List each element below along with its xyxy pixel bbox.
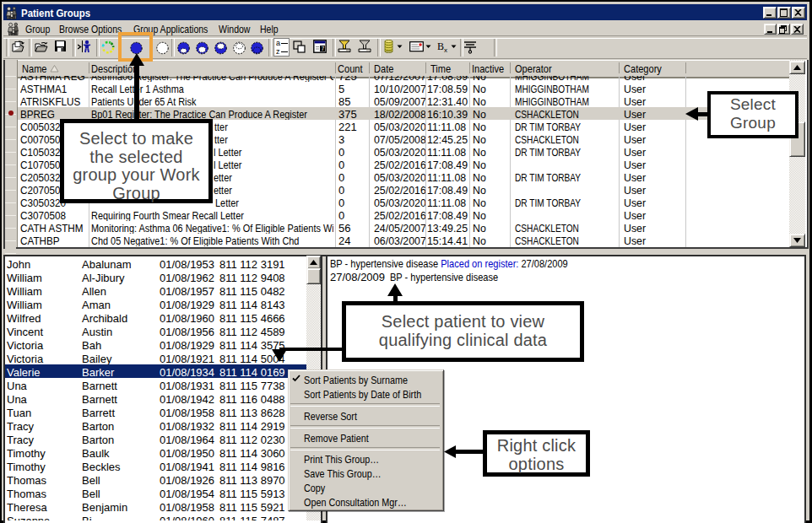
svg-text:z: z [276, 47, 280, 56]
svg-text:B: B [437, 40, 444, 52]
svg-text:x: x [444, 46, 447, 53]
svg-text:a: a [276, 39, 280, 47]
svg-text:7: 7 [321, 46, 324, 51]
